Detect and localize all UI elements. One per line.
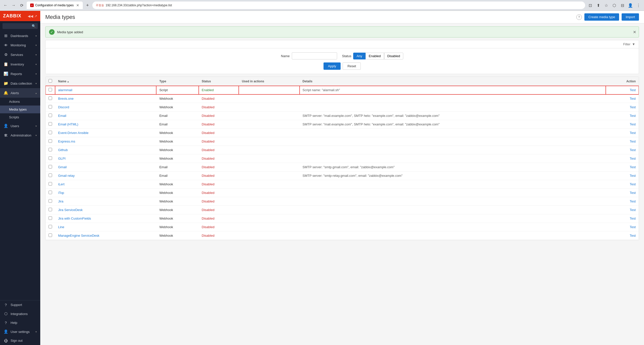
alert-close-btn[interactable]: ✕ [633,30,636,34]
sidebar-sub-item-scripts[interactable]: Scripts [0,113,40,121]
test-action-link[interactable]: Test [630,217,636,220]
test-action-link[interactable]: Test [630,157,636,160]
menu-btn[interactable]: ⋮ [635,2,642,9]
sidebar-item-dashboards[interactable]: ⊞ Dashboards ▾ [0,31,40,41]
test-action-link[interactable]: Test [630,131,636,135]
help-icon[interactable]: ? [576,14,582,20]
browser-tab[interactable]: Z Configuration of media types ✕ [27,2,83,9]
test-action-link[interactable]: Test [630,165,636,169]
row-name-link[interactable]: Line [58,225,64,229]
row-checkbox[interactable] [49,225,52,228]
test-action-link[interactable]: Test [630,88,636,92]
profile-btn[interactable]: 👤 [627,2,634,9]
search-input-wrap[interactable]: 🔍 [3,23,38,29]
sidebar-item-sign-out[interactable]: ⏻ Sign out [0,336,40,345]
row-name-link[interactable]: Jira with CustomFields [58,217,91,220]
row-checkbox[interactable] [49,191,52,194]
refresh-btn[interactable]: ⟳ [18,2,25,9]
row-name-link[interactable]: Email (HTML) [58,122,78,126]
sidebar-item-help[interactable]: ? Help [0,318,40,327]
test-action-link[interactable]: Test [630,97,636,100]
test-action-link[interactable]: Test [630,140,636,143]
row-name-link[interactable]: GLPI [58,157,66,160]
sidebar-item-reports[interactable]: 📊 Reports ▾ [0,69,40,79]
test-action-link[interactable]: Test [630,208,636,212]
sidebar-item-services[interactable]: ⚙ Services ▾ [0,50,40,59]
sidebar-item-administration[interactable]: 🛠 Administration ▾ [0,131,40,140]
row-checkbox[interactable] [49,148,52,151]
search-input[interactable] [5,24,31,28]
test-action-link[interactable]: Test [630,122,636,126]
row-name-link[interactable]: Event-Driven Ansible [58,131,89,135]
row-name-link[interactable]: iLert [58,182,64,186]
apply-button[interactable]: Apply [324,62,341,70]
sidebar-item-monitoring[interactable]: 👁 Monitoring ▾ [0,41,40,50]
new-tab-btn[interactable]: + [84,2,91,9]
forward-btn[interactable]: → [10,2,17,9]
test-action-link[interactable]: Test [630,182,636,186]
row-checkbox[interactable] [49,114,52,117]
row-checkbox[interactable] [49,216,52,220]
sidebar-item-inventory[interactable]: 📋 Inventory ▾ [0,59,40,69]
col-name[interactable]: Name [55,77,156,86]
share-btn[interactable]: ⬆ [595,2,602,9]
sidebar-sub-item-media-types[interactable]: Media types [0,106,40,113]
row-name-link[interactable]: Discord [58,105,69,109]
sidebar-item-user-settings[interactable]: 👤 User settings ▾ [0,327,40,336]
sidebar-item-data-collection[interactable]: 📁 Data collection ▾ [0,79,40,88]
bookmark-btn[interactable]: ☆ [603,2,610,9]
row-name-link[interactable]: ManageEngine ServiceDesk [58,234,99,237]
sidebar-collapse-btn[interactable]: ◀◀ [28,14,33,18]
test-action-link[interactable]: Test [630,174,636,178]
row-checkbox[interactable] [49,139,52,143]
status-enabled-btn[interactable]: Enabled [366,53,384,59]
row-checkbox[interactable] [49,88,52,91]
row-name-link[interactable]: Email [58,114,66,118]
row-name-link[interactable]: alarmmail [58,88,72,92]
row-checkbox[interactable] [49,105,52,109]
sidebar-toggle-btn[interactable]: ⊟ [619,2,626,9]
create-media-type-button[interactable]: Create media type [584,13,619,21]
translate-btn[interactable]: ⊡ [587,2,594,9]
reset-button[interactable]: Reset [343,62,361,70]
test-action-link[interactable]: Test [630,225,636,229]
sidebar-item-users[interactable]: 👤 Users ▾ [0,121,40,131]
test-action-link[interactable]: Test [630,234,636,237]
row-name-link[interactable]: iTop [58,191,64,195]
row-name-link[interactable]: Jira [58,199,63,203]
row-checkbox[interactable] [49,182,52,186]
sidebar-item-integrations[interactable]: ⬡ Integrations [0,309,40,318]
tab-close-btn[interactable]: ✕ [76,3,79,7]
sidebar-item-support[interactable]: ? Support [0,300,40,309]
test-action-link[interactable]: Test [630,148,636,152]
row-checkbox[interactable] [49,199,52,203]
import-button[interactable]: Import [622,13,639,21]
row-checkbox[interactable] [49,233,52,237]
search-icon[interactable]: 🔍 [32,24,36,28]
row-checkbox[interactable] [49,165,52,168]
row-checkbox[interactable] [49,96,52,100]
row-checkbox[interactable] [49,131,52,134]
row-name-link[interactable]: Brevis.one [58,97,73,100]
address-bar[interactable]: 不安全 192.168.234.33/zabbix.php?action=med… [92,2,585,9]
row-name-link[interactable]: Gmail relay [58,174,75,178]
row-checkbox[interactable] [49,156,52,160]
status-disabled-btn[interactable]: Disabled [384,53,404,59]
row-checkbox[interactable] [49,174,52,177]
sidebar-expand-btn[interactable]: ↗ [34,14,37,18]
row-checkbox[interactable] [49,122,52,126]
filter-header[interactable]: Filter ▼ [46,40,639,48]
row-name-link[interactable]: Express.ms [58,140,75,143]
test-action-link[interactable]: Test [630,191,636,195]
sidebar-sub-item-actions[interactable]: Actions [0,98,40,106]
filter-name-input[interactable] [292,52,337,59]
back-btn[interactable]: ← [2,2,9,9]
select-all-checkbox[interactable] [49,79,52,83]
row-name-link[interactable]: Github [58,148,68,152]
sidebar-item-alerts[interactable]: 🔔 Alerts ▴ [0,88,40,98]
test-action-link[interactable]: Test [630,105,636,109]
extensions-btn[interactable]: ⬡ [611,2,618,9]
row-name-link[interactable]: Gmail [58,165,67,169]
row-name-link[interactable]: Jira ServiceDesk [58,208,83,212]
test-action-link[interactable]: Test [630,114,636,118]
